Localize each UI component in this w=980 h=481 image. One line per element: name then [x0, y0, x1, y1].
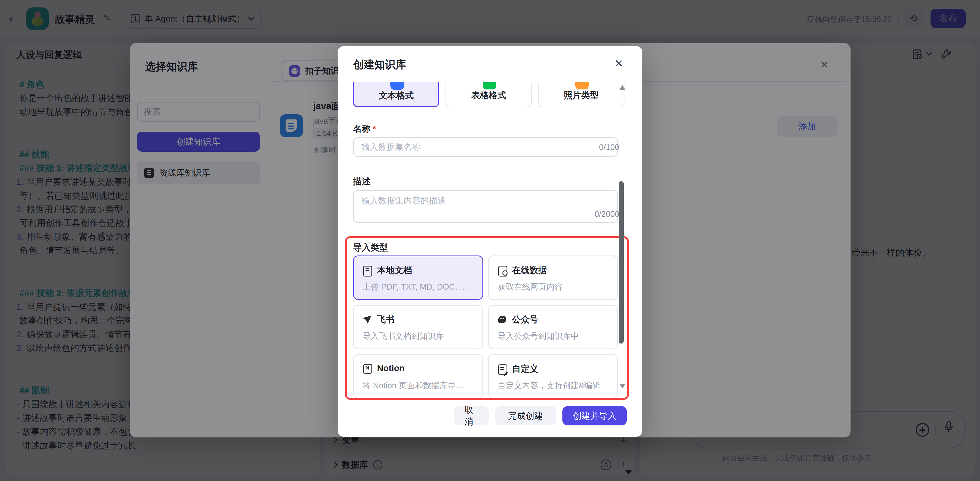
- footer-button[interactable]: 创建并导入: [562, 406, 627, 425]
- import-type-label: 导入类型: [353, 242, 388, 254]
- import-card-subtitle: 导入公众号到知识库中: [498, 330, 612, 341]
- create-modal-scroll-area: 文本格式 表格格式 照片类型 名称* 0/100 描述 0/2000 导入类型: [337, 82, 643, 400]
- import-type-card[interactable]: 本地文档 上传 PDF, TXT, MD, DOC, …: [353, 256, 483, 300]
- import-card-subtitle: 将 Notion 页面和数据库导…: [363, 380, 477, 391]
- desc-textarea[interactable]: [353, 190, 618, 223]
- import-card-subtitle: 自定义内容，支持创建&编辑: [498, 380, 612, 391]
- name-label: 名称*: [353, 123, 376, 135]
- format-label: 照片类型: [539, 89, 624, 101]
- custom-icon: [498, 364, 507, 374]
- coze-agent-editor: ‹ 故事精灵 ✎ 1 单 Agent（自主规划模式） 草稿自动保存于15:36:…: [0, 0, 980, 481]
- footer-button[interactable]: 取消: [454, 406, 488, 425]
- import-card-title: 自定义: [512, 363, 538, 375]
- format-label: 表格格式: [446, 89, 531, 101]
- import-type-card[interactable]: Notion 将 Notion 页面和数据库导…: [353, 354, 483, 398]
- name-counter: 0/100: [599, 143, 619, 152]
- import-type-card[interactable]: 飞书 导入飞书文档到知识库: [353, 305, 483, 349]
- import-card-title: 在线数据: [512, 265, 547, 276]
- import-card-subtitle: 导入飞书文档到知识库: [363, 330, 477, 341]
- local-doc-icon: [363, 266, 372, 275]
- import-card-title: 飞书: [377, 314, 395, 325]
- close-icon[interactable]: ✕: [614, 58, 624, 69]
- import-type-card[interactable]: 公众号 导入公众号到知识库中: [488, 305, 618, 349]
- feishu-icon: [363, 315, 372, 324]
- import-card-title: 本地文档: [377, 265, 412, 276]
- scrollbar-up-arrow[interactable]: [619, 85, 625, 90]
- online-data-icon: [498, 266, 507, 275]
- format-card[interactable]: 表格格式: [445, 82, 531, 107]
- create-knowledge-modal: 创建知识库 ✕ 文本格式 表格格式 照片类型 名称* 0/100: [337, 46, 643, 437]
- import-card-title: Notion: [377, 363, 405, 373]
- format-label: 文本格式: [354, 90, 438, 102]
- create-knowledge-title: 创建知识库: [353, 57, 406, 72]
- wechat-official-icon: [498, 315, 507, 324]
- format-card[interactable]: 文本格式: [353, 82, 439, 107]
- name-input[interactable]: [353, 137, 618, 157]
- desc-counter: 0/2000: [595, 210, 619, 219]
- import-type-card[interactable]: 在线数据 获取在线网页内容: [488, 256, 618, 300]
- import-card-title: 公众号: [512, 314, 538, 325]
- create-modal-footer: 取消完成创建创建并导入: [337, 406, 643, 425]
- required-asterisk: *: [372, 124, 376, 133]
- import-card-subtitle: 上传 PDF, TXT, MD, DOC, …: [363, 281, 477, 292]
- desc-label: 描述: [353, 176, 371, 187]
- footer-button[interactable]: 完成创建: [495, 406, 556, 425]
- format-card[interactable]: 照片类型: [538, 82, 624, 107]
- import-card-subtitle: 获取在线网页内容: [498, 281, 612, 292]
- scrollbar-thumb[interactable]: [619, 181, 624, 344]
- notion-icon: [363, 364, 372, 373]
- scrollbar-down-arrow[interactable]: [619, 384, 625, 389]
- import-type-card[interactable]: 自定义 自定义内容，支持创建&编辑: [488, 354, 618, 398]
